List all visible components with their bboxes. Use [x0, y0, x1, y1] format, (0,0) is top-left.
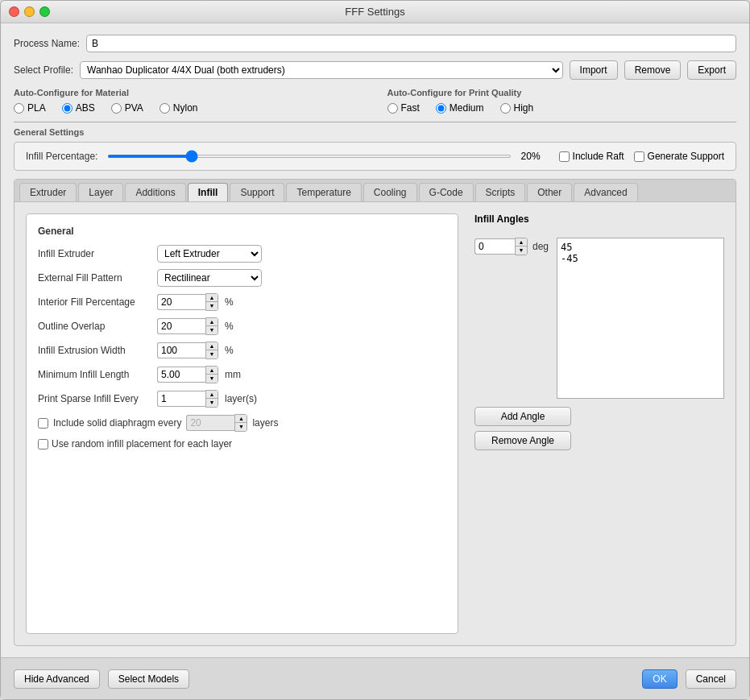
- print-sparse-label: Print Sparse Infill Every: [38, 393, 151, 404]
- material-radio-group: PLA ABS PVA Nylon: [14, 102, 363, 114]
- tab-scripts[interactable]: Scripts: [475, 183, 526, 201]
- include-raft-checkbox[interactable]: Include Raft: [559, 151, 624, 162]
- infill-extrusion-down[interactable]: ▼: [206, 350, 218, 358]
- generate-support-checkbox[interactable]: Generate Support: [634, 151, 724, 162]
- tab-layer[interactable]: Layer: [78, 183, 123, 201]
- min-infill-up[interactable]: ▲: [206, 367, 218, 375]
- pla-label: PLA: [27, 102, 46, 114]
- infill-slider[interactable]: [107, 155, 511, 158]
- tab-extruder[interactable]: Extruder: [19, 183, 77, 201]
- print-sparse-unit: layer(s): [225, 393, 257, 404]
- infill-extrusion-label: Infill Extrusion Width: [38, 345, 151, 356]
- print-sparse-spinner-btns: ▲ ▼: [205, 390, 218, 408]
- random-infill-checkbox[interactable]: [38, 439, 48, 449]
- tab-advanced[interactable]: Advanced: [574, 183, 637, 201]
- hide-advanced-button[interactable]: Hide Advanced: [14, 669, 100, 689]
- general-section-title: General: [38, 226, 446, 237]
- infill-tab-content: General Infill Extruder Left Extruder Ri…: [15, 202, 735, 645]
- print-sparse-up[interactable]: ▲: [206, 391, 218, 399]
- infill-extrusion-unit: %: [225, 345, 234, 356]
- remove-button[interactable]: Remove: [624, 60, 682, 80]
- medium-label: Medium: [450, 102, 484, 114]
- solid-diaphragm-down[interactable]: ▼: [235, 423, 247, 431]
- auto-quality-section: Auto-Configure for Print Quality Fast Me…: [387, 88, 737, 114]
- profile-select[interactable]: Wanhao Duplicator 4/4X Dual (both extrud…: [80, 61, 563, 79]
- pva-label: PVA: [125, 102, 143, 114]
- outline-overlap-up[interactable]: ▲: [206, 318, 218, 326]
- min-infill-unit: mm: [225, 369, 241, 380]
- tab-infill[interactable]: Infill: [188, 183, 229, 201]
- deg-up[interactable]: ▲: [516, 238, 527, 246]
- auto-material-label: Auto-Configure for Material: [14, 88, 363, 97]
- add-angle-button[interactable]: Add Angle: [474, 407, 571, 426]
- infill-extrusion-input[interactable]: [157, 342, 205, 358]
- infill-extrusion-up[interactable]: ▲: [206, 342, 218, 350]
- medium-option[interactable]: Medium: [436, 102, 484, 114]
- deg-down[interactable]: ▼: [516, 246, 527, 255]
- fast-label: Fast: [401, 102, 420, 114]
- fill-pattern-select[interactable]: Rectilinear Concentric Grid: [157, 269, 262, 287]
- outline-overlap-input[interactable]: [157, 318, 205, 334]
- angles-list: 45-45: [557, 238, 724, 399]
- deg-input[interactable]: [474, 238, 515, 255]
- bottom-right: OK Cancel: [642, 669, 736, 689]
- select-profile-label: Select Profile:: [14, 64, 73, 76]
- process-name-input[interactable]: [86, 35, 736, 52]
- general-settings-box: Infill Percentage: 20% Include Raft Gene…: [14, 142, 736, 171]
- print-sparse-input[interactable]: [157, 391, 205, 407]
- content-area: Process Name: Select Profile: Wanhao Dup…: [1, 23, 749, 657]
- export-button[interactable]: Export: [687, 60, 736, 80]
- fast-option[interactable]: Fast: [387, 102, 420, 114]
- infill-extruder-select[interactable]: Left Extruder Right Extruder: [157, 245, 262, 263]
- min-infill-spinner: ▲ ▼: [157, 366, 218, 383]
- maximize-button[interactable]: [39, 6, 50, 17]
- pla-option[interactable]: PLA: [14, 102, 46, 114]
- infill-angles-panel: Infill Angles ▲ ▼ deg: [474, 213, 724, 634]
- print-sparse-spinner: ▲ ▼: [157, 390, 218, 408]
- interior-fill-input[interactable]: [157, 294, 205, 310]
- nylon-option[interactable]: Nylon: [160, 102, 198, 114]
- interior-fill-label: Interior Fill Percentage: [38, 296, 151, 308]
- window-controls: [9, 6, 50, 17]
- solid-diaphragm-label: Include solid diaphragm every: [53, 417, 181, 429]
- generate-support-label: Generate Support: [648, 151, 724, 162]
- min-infill-down[interactable]: ▼: [206, 375, 218, 383]
- main-window: FFF Settings Process Name: Select Profil…: [0, 0, 750, 700]
- tab-gcode[interactable]: G-Code: [419, 183, 474, 201]
- outline-overlap-down[interactable]: ▼: [206, 326, 218, 334]
- print-sparse-down[interactable]: ▼: [206, 399, 218, 407]
- select-profile-row: Select Profile: Wanhao Duplicator 4/4X D…: [14, 60, 736, 80]
- interior-fill-up[interactable]: ▲: [206, 294, 218, 302]
- high-option[interactable]: High: [500, 102, 534, 114]
- pva-option[interactable]: PVA: [111, 102, 143, 114]
- select-models-button[interactable]: Select Models: [108, 669, 189, 689]
- solid-diaphragm-checkbox[interactable]: [38, 418, 48, 429]
- nylon-label: Nylon: [173, 102, 198, 114]
- minimize-button[interactable]: [24, 6, 35, 17]
- infill-extrusion-spinner: ▲ ▼: [157, 342, 218, 359]
- include-raft-label: Include Raft: [573, 151, 624, 162]
- tab-additions[interactable]: Additions: [125, 183, 185, 201]
- tab-other[interactable]: Other: [527, 183, 572, 201]
- cancel-button[interactable]: Cancel: [686, 669, 736, 689]
- general-settings-title: General Settings: [14, 127, 736, 137]
- angles-top: ▲ ▼ deg 45-45: [474, 238, 724, 399]
- tab-cooling[interactable]: Cooling: [363, 183, 417, 201]
- interior-fill-down[interactable]: ▼: [206, 302, 218, 310]
- import-button[interactable]: Import: [570, 60, 618, 80]
- close-button[interactable]: [9, 6, 19, 17]
- ok-button[interactable]: OK: [642, 669, 677, 689]
- solid-diaphragm-unit: layers: [252, 417, 278, 429]
- abs-label: ABS: [76, 102, 95, 114]
- solid-diaphragm-up[interactable]: ▲: [235, 415, 247, 423]
- solid-diaphragm-spinner: ▲ ▼: [186, 414, 247, 432]
- tab-support[interactable]: Support: [230, 183, 284, 201]
- solid-diaphragm-input[interactable]: [186, 415, 234, 431]
- min-infill-input[interactable]: [157, 367, 205, 383]
- remove-angle-button[interactable]: Remove Angle: [474, 431, 571, 450]
- abs-option[interactable]: ABS: [62, 102, 95, 114]
- infill-general-panel: General Infill Extruder Left Extruder Ri…: [26, 213, 458, 634]
- min-infill-label: Minimum Infill Length: [38, 369, 151, 380]
- tab-temperature[interactable]: Temperature: [286, 183, 361, 201]
- tabs-row: Extruder Layer Additions Infill Support …: [15, 180, 735, 202]
